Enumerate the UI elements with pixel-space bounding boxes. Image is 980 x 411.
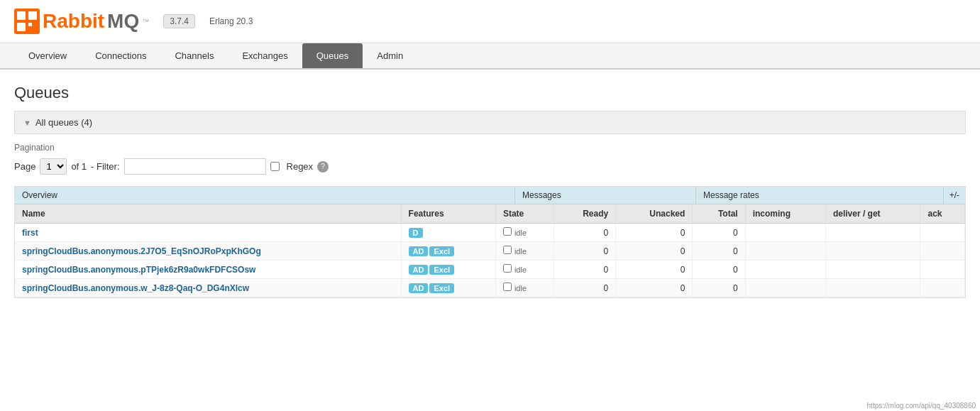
queue-ack <box>920 261 965 279</box>
feature-badge-ad: AD <box>409 283 429 293</box>
feature-badge-excl: Excl <box>429 265 454 275</box>
nav-queues[interactable]: Queues <box>302 43 363 68</box>
nav-exchanges[interactable]: Exchanges <box>228 43 302 68</box>
section-toggle-button[interactable]: +/- <box>944 187 965 204</box>
queue-deliver-get <box>825 279 920 297</box>
queue-state: idle <box>495 279 554 297</box>
queue-ready: 0 <box>554 279 616 297</box>
regex-label: Regex <box>287 161 314 172</box>
svg-rect-4 <box>28 23 32 26</box>
main-nav: Overview Connections Channels Exchanges … <box>0 43 980 70</box>
queue-features: ADExcl <box>401 261 495 279</box>
queue-deliver-get <box>825 242 920 261</box>
nav-admin[interactable]: Admin <box>363 43 417 68</box>
pagination-row: Page 1 of 1 - Filter: Regex ? <box>14 158 966 175</box>
queues-table: Name Features State Ready Unacked Total … <box>15 204 965 297</box>
section-messages-label: Messages <box>515 187 696 204</box>
queue-features: ADExcl <box>401 279 495 297</box>
logo-tm: ™ <box>142 18 149 26</box>
state-text: idle <box>514 265 527 274</box>
page-label: Page <box>14 161 35 172</box>
main-content: Queues ▼ All queues (4) Pagination Page … <box>0 70 980 312</box>
queue-ack <box>920 242 965 261</box>
feature-badge-excl: Excl <box>429 246 454 256</box>
queue-state: idle <box>495 261 554 279</box>
queue-name-link[interactable]: springCloudBus.anonymous.2J7O5_EqSnOJRoP… <box>22 246 261 256</box>
queue-state: idle <box>495 242 554 261</box>
queue-ack <box>920 224 965 242</box>
queue-incoming <box>745 242 825 261</box>
section-overview-label: Overview <box>15 187 515 204</box>
queue-name-link[interactable]: first <box>22 228 38 238</box>
queue-incoming <box>745 261 825 279</box>
nav-overview[interactable]: Overview <box>14 43 81 68</box>
regex-checkbox[interactable] <box>270 162 280 171</box>
queues-table-container: Overview Messages Message rates +/- Name… <box>14 186 966 298</box>
header: RabbitMQ™ 3.7.4 Erlang 20.3 <box>0 0 980 43</box>
state-checkbox[interactable] <box>503 227 512 236</box>
queue-total: 0 <box>693 261 745 279</box>
queue-features: D <box>401 224 495 242</box>
queue-total: 0 <box>693 242 745 261</box>
table-row: springCloudBus.anonymous.pTPjek6zR9a0wkF… <box>15 261 965 279</box>
state-text: idle <box>514 229 527 237</box>
pagination-label: Pagination <box>14 143 966 153</box>
col-features: Features <box>401 204 495 224</box>
state-checkbox[interactable] <box>503 246 512 254</box>
table-row: springCloudBus.anonymous.2J7O5_EqSnOJRoP… <box>15 242 965 261</box>
col-ack: ack <box>920 204 965 224</box>
state-checkbox[interactable] <box>503 283 512 291</box>
feature-badge-ad: AD <box>409 246 429 256</box>
filter-label: - Filter: <box>91 161 119 172</box>
feature-badge-excl: Excl <box>429 283 454 293</box>
collapse-icon: ▼ <box>23 119 31 127</box>
queue-unacked: 0 <box>616 224 693 242</box>
col-incoming: incoming <box>745 204 825 224</box>
state-text: idle <box>514 247 527 256</box>
col-name: Name <box>15 204 401 224</box>
queue-deliver-get <box>825 224 920 242</box>
queue-state: idle <box>495 224 554 242</box>
logo: RabbitMQ™ <box>14 9 149 34</box>
svg-rect-3 <box>17 23 26 31</box>
queue-name-link[interactable]: springCloudBus.anonymous.w_J-8z8-Qaq-O_D… <box>22 283 249 293</box>
queue-features: ADExcl <box>401 242 495 261</box>
logo-rabbit: Rabbit <box>43 10 104 33</box>
queue-unacked: 0 <box>616 242 693 261</box>
queue-total: 0 <box>693 279 745 297</box>
queue-total: 0 <box>693 224 745 242</box>
table-header: Name Features State Ready Unacked Total … <box>15 204 965 224</box>
state-checkbox[interactable] <box>503 264 512 273</box>
queue-name-link[interactable]: springCloudBus.anonymous.pTPjek6zR9a0wkF… <box>22 265 255 275</box>
col-deliver-get: deliver / get <box>825 204 920 224</box>
page-title: Queues <box>14 84 966 102</box>
queue-unacked: 0 <box>616 279 693 297</box>
all-queues-section-header[interactable]: ▼ All queues (4) <box>14 111 966 134</box>
section-rates-label: Message rates <box>696 187 944 204</box>
nav-connections[interactable]: Connections <box>81 43 160 68</box>
filter-input[interactable] <box>124 158 266 175</box>
regex-help-button[interactable]: ? <box>317 161 329 172</box>
rabbitmq-logo-icon <box>14 9 40 34</box>
erlang-badge: Erlang 20.3 <box>209 16 253 26</box>
col-total: Total <box>693 204 745 224</box>
table-row: springCloudBus.anonymous.w_J-8z8-Qaq-O_D… <box>15 279 965 297</box>
table-row: firstDidle000 <box>15 224 965 242</box>
col-ready: Ready <box>554 204 616 224</box>
queue-unacked: 0 <box>616 261 693 279</box>
nav-channels[interactable]: Channels <box>160 43 228 68</box>
queue-ready: 0 <box>554 242 616 261</box>
queue-ready: 0 <box>554 224 616 242</box>
all-queues-label: All queues (4) <box>35 117 92 128</box>
queue-incoming <box>745 279 825 297</box>
logo-mq: MQ <box>107 10 139 33</box>
queue-ack <box>920 279 965 297</box>
page-select[interactable]: 1 <box>40 158 67 175</box>
svg-rect-1 <box>17 11 26 20</box>
state-text: idle <box>514 284 527 292</box>
pagination-section: Pagination Page 1 of 1 - Filter: Regex ? <box>14 143 966 175</box>
section-labels-row: Overview Messages Message rates +/- <box>15 187 965 204</box>
queues-tbody: firstDidle000springCloudBus.anonymous.2J… <box>15 224 965 297</box>
of-text: of 1 <box>71 161 87 172</box>
queue-deliver-get <box>825 261 920 279</box>
